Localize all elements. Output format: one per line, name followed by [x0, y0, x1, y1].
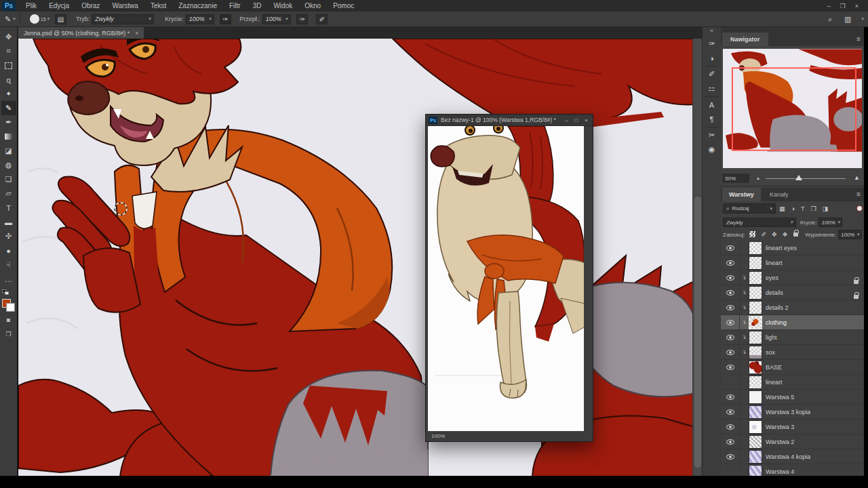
- vertical-scrollbar[interactable]: [692, 39, 702, 476]
- lock-paint-icon[interactable]: ✐: [761, 231, 766, 238]
- menu-warstwa[interactable]: Warstwa: [106, 2, 144, 9]
- tool-presets-panel-icon[interactable]: ✂: [704, 128, 720, 142]
- menu-filtr[interactable]: Filtr: [223, 2, 247, 9]
- navigator-zoom-value[interactable]: 50%: [722, 174, 749, 183]
- brush-settings-panel-icon[interactable]: ✑: [704, 37, 720, 51]
- expand-panels-icon[interactable]: «: [710, 27, 713, 37]
- opacity-select[interactable]: 100%▾: [186, 14, 215, 24]
- layer-name[interactable]: eyes: [766, 274, 778, 281]
- workspace-switcher-icon[interactable]: ▥: [844, 15, 851, 24]
- layer-thumbnail[interactable]: [749, 391, 762, 403]
- menu-plik[interactable]: Plik: [20, 2, 43, 9]
- layer-thumbnail[interactable]: [749, 346, 762, 359]
- panels-dock-header[interactable]: [721, 27, 864, 33]
- smoothing-icon[interactable]: ✐: [316, 14, 328, 24]
- layer-visibility-toggle[interactable]: [721, 330, 740, 344]
- eraser-tool-icon[interactable]: ▱: [1, 186, 16, 201]
- layer-row-warstwa-4[interactable]: ↴ Warstwa 4: [721, 464, 864, 476]
- lock-artboard-icon[interactable]: ❖: [783, 231, 788, 238]
- brush-tool-icon[interactable]: ✎: [5, 15, 11, 24]
- layer-thumbnail[interactable]: [749, 331, 762, 344]
- layer-visibility-toggle[interactable]: [721, 405, 740, 419]
- close-window-icon[interactable]: ×: [585, 117, 588, 123]
- layer-visibility-toggle[interactable]: [721, 285, 740, 300]
- layer-visibility-toggle[interactable]: [721, 315, 740, 329]
- brush-panel-toggle-icon[interactable]: ▤: [55, 14, 66, 24]
- layer-name[interactable]: sox: [766, 349, 775, 356]
- close-window-icon[interactable]: ×: [855, 3, 859, 9]
- layer-name[interactable]: BASE: [766, 364, 782, 371]
- lock-all-icon[interactable]: [793, 231, 798, 238]
- tab-channels[interactable]: Kanały: [763, 188, 795, 201]
- layer-visibility-toggle[interactable]: [721, 241, 740, 255]
- blend-mode-select[interactable]: Zwykły▾: [723, 218, 796, 227]
- zoom-level[interactable]: 100%: [431, 433, 445, 439]
- layer-thumbnail[interactable]: [749, 466, 762, 476]
- layer-row-eyes[interactable]: ↴ eyes: [721, 270, 864, 285]
- layer-name[interactable]: lineart: [766, 379, 783, 386]
- layer-thumbnail[interactable]: [749, 272, 762, 284]
- layer-name[interactable]: Warstwa 5: [766, 394, 794, 401]
- layer-thumbnail[interactable]: [749, 451, 762, 463]
- scrollbar-thumb[interactable]: [694, 197, 701, 468]
- close-tab-icon[interactable]: ×: [135, 30, 138, 37]
- layer-visibility-toggle[interactable]: [721, 449, 740, 464]
- menu-obraz[interactable]: Obraz: [75, 2, 106, 9]
- layer-opacity-select[interactable]: 100%▾: [818, 218, 842, 227]
- layer-name[interactable]: clothing: [766, 319, 787, 326]
- paragraph-panel-icon[interactable]: ¶: [704, 112, 720, 126]
- menu-zaznaczanie[interactable]: Zaznaczanie: [172, 2, 223, 9]
- layer-thumbnail[interactable]: [749, 287, 762, 299]
- minimize-window-icon[interactable]: –: [565, 117, 568, 123]
- layer-name[interactable]: details: [766, 289, 783, 296]
- layer-thumbnail[interactable]: [749, 302, 762, 314]
- more-tools-icon[interactable]: …: [1, 272, 16, 286]
- layer-thumbnail[interactable]: [749, 361, 762, 373]
- layer-row-details-2[interactable]: ↴ details 2: [721, 300, 864, 315]
- layer-row-warstwa-2[interactable]: ↴ Warstwa 2: [721, 434, 864, 449]
- lock-transparency-icon[interactable]: [749, 231, 755, 239]
- zoom-slider-thumb[interactable]: [795, 175, 802, 180]
- menu-pomoc[interactable]: Pomoc: [327, 2, 360, 9]
- eyedropper-tool-icon[interactable]: ✒: [1, 115, 16, 129]
- character-panel-icon[interactable]: A: [704, 98, 720, 112]
- color-panel-icon[interactable]: ◑: [704, 51, 720, 65]
- menu-widok[interactable]: Widok: [267, 2, 298, 9]
- dog-artwork[interactable]: [428, 126, 585, 432]
- quick-selection-tool-icon[interactable]: ✦: [1, 87, 16, 101]
- layer-fill-select[interactable]: 100%▾: [838, 230, 862, 239]
- restore-window-icon[interactable]: ❐: [840, 3, 846, 9]
- chevron-down-icon[interactable]: ▾: [861, 16, 864, 22]
- panel-menu-icon[interactable]: ≡: [856, 190, 861, 198]
- layer-visibility-toggle[interactable]: [721, 270, 740, 285]
- search-icon[interactable]: ⌕: [828, 15, 832, 24]
- filter-pixel-icon[interactable]: ▦: [779, 205, 785, 212]
- lock-move-icon[interactable]: ✥: [772, 231, 777, 238]
- zoom-in-icon[interactable]: ▲: [854, 174, 860, 181]
- menu-tekst[interactable]: Tekst: [144, 2, 172, 9]
- layer-name[interactable]: Warstwa 3: [766, 424, 794, 430]
- document-tab[interactable]: Jenna.psd @ 50% (clothing, RGB/8#) * ×: [18, 27, 144, 39]
- minimize-window-icon[interactable]: –: [827, 3, 831, 9]
- floating-window-scroll-strip[interactable]: [584, 126, 593, 432]
- layer-thumbnail[interactable]: [749, 406, 762, 418]
- chevron-down-icon[interactable]: ▾: [47, 16, 50, 22]
- zoom-out-icon[interactable]: ▲: [756, 176, 760, 180]
- flow-select[interactable]: 100%▾: [262, 14, 292, 24]
- maximize-window-icon[interactable]: □: [574, 117, 578, 123]
- gradient-tool-icon[interactable]: [1, 129, 16, 144]
- layer-name[interactable]: Warstwa 2: [766, 439, 794, 445]
- filter-shape-icon[interactable]: ❒: [810, 205, 816, 212]
- tab-navigator[interactable]: Nawigator: [722, 33, 768, 46]
- layer-filter-kind-select[interactable]: ⌕ Rodzaj ▾: [723, 203, 776, 214]
- floating-document-canvas[interactable]: [428, 126, 585, 432]
- layer-visibility-toggle[interactable]: [721, 256, 740, 270]
- filter-adjustment-icon[interactable]: ◑: [791, 205, 795, 212]
- filter-smart-object-icon[interactable]: ◨: [823, 205, 829, 212]
- layer-visibility-toggle[interactable]: [721, 420, 740, 434]
- clone-source-panel-icon[interactable]: ◉: [704, 142, 720, 157]
- layer-name[interactable]: Warstwa 4 kopia: [766, 453, 810, 460]
- screen-mode-icon[interactable]: ❐: [1, 327, 16, 341]
- layer-name[interactable]: Warstwa 3 kopia: [766, 409, 810, 415]
- layer-row-light[interactable]: ↴ light: [721, 330, 864, 345]
